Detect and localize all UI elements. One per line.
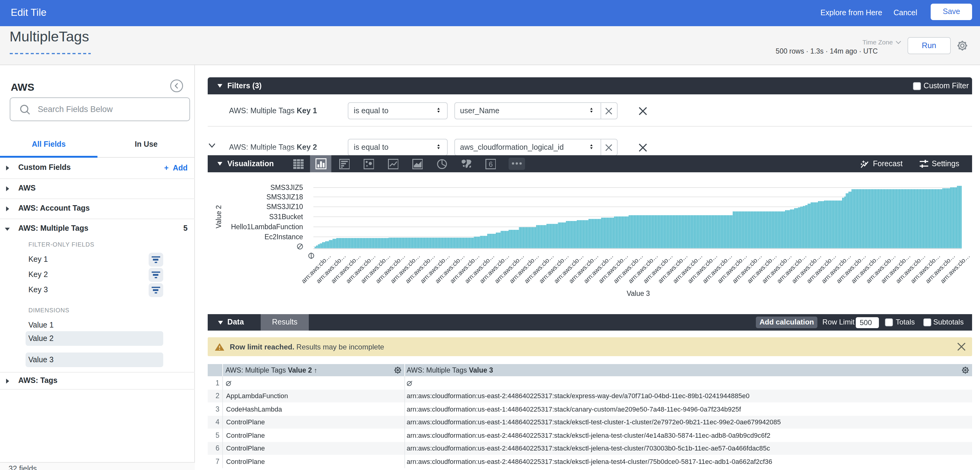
svg-text:S31Bucket: S31Bucket bbox=[269, 213, 303, 221]
svg-text:SMS3JIZ5: SMS3JIZ5 bbox=[270, 184, 303, 192]
svg-text:Value 3: Value 3 bbox=[627, 289, 650, 297]
svg-text:Ec2Instance: Ec2Instance bbox=[264, 233, 303, 241]
svg-text:SMS3JIZ18: SMS3JIZ18 bbox=[266, 193, 303, 201]
svg-text:Hello1LambdaFunction: Hello1LambdaFunction bbox=[231, 223, 303, 231]
svg-text:SMS3JIZ10: SMS3JIZ10 bbox=[266, 203, 303, 211]
svg-text:Value 2: Value 2 bbox=[215, 205, 223, 228]
